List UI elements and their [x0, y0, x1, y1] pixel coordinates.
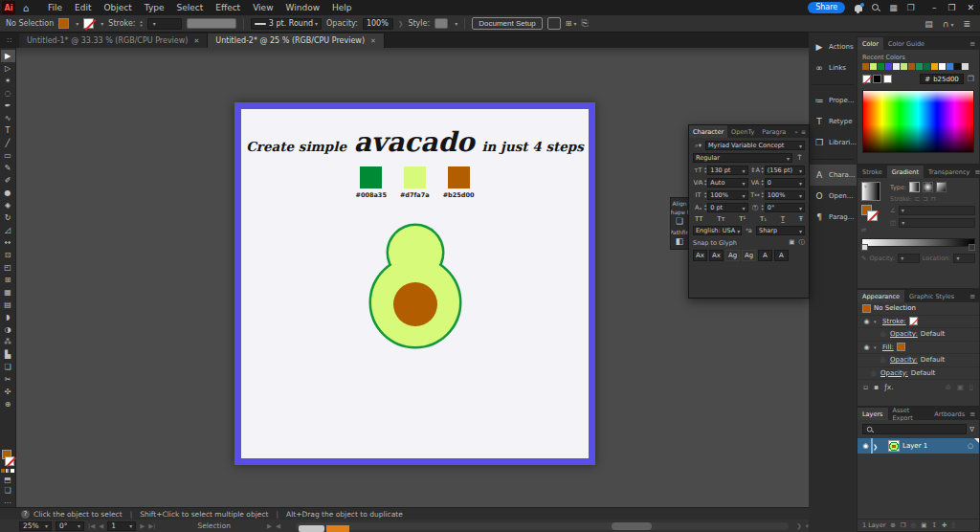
touch-type-button[interactable]: Ax [693, 250, 707, 261]
rectangle-tool[interactable]: ▭ [1, 149, 15, 162]
document-tab[interactable]: Untitled-1* @ 33.33 % (RGB/CPU Preview) … [19, 33, 208, 48]
panel-tab[interactable]: Transparency [924, 166, 974, 178]
visibility-eye-icon[interactable]: ◉ [862, 318, 871, 325]
layers-search-input[interactable] [862, 424, 967, 434]
baseline-input[interactable]: 0 pt [707, 203, 747, 212]
last-artboard-icon[interactable]: ▶| [148, 522, 155, 530]
artboard-number-select[interactable]: 1 [107, 521, 136, 531]
recent-color-swatch[interactable] [954, 63, 961, 70]
tab-close-icon[interactable]: ✕ [193, 37, 199, 45]
stroke-dropdown-icon[interactable] [99, 19, 103, 28]
opacity-link[interactable]: Opacity: [890, 356, 918, 364]
avocado-pit-circle[interactable] [393, 282, 437, 326]
recent-color-swatch[interactable] [908, 63, 915, 70]
duplicate-item-icon[interactable]: ▣ [957, 383, 964, 391]
panel-tab[interactable]: Color Guide [883, 37, 929, 50]
rotation-select[interactable]: 0° [56, 521, 84, 531]
panel-tab[interactable]: Graphic Styles [904, 290, 959, 302]
panel-tab[interactable]: Character [689, 125, 727, 138]
screen-mode-icon[interactable]: ❏ [4, 486, 11, 495]
baseline-stepper[interactable]: ▴▾ [704, 204, 706, 211]
dock-panel-button[interactable]: ≔ Prope... [809, 90, 857, 111]
close-button[interactable]: ✕ [967, 3, 974, 12]
opacity-link[interactable]: Opacity: [880, 369, 908, 377]
copy-hex-icon[interactable]: ❐ [968, 75, 974, 83]
recent-color-swatch[interactable] [885, 63, 892, 70]
slice-tool[interactable]: ✂ [1, 373, 15, 386]
dock-panel-button[interactable]: A Chara... [809, 165, 857, 186]
perspective-grid-tool[interactable]: ⊞ [1, 274, 15, 286]
menu-item[interactable]: View [253, 3, 273, 12]
visibility-eye-icon[interactable]: ◉ [862, 344, 871, 351]
recent-color-swatch[interactable] [878, 63, 884, 70]
fill-row-label[interactable]: Fill: [882, 344, 894, 351]
scroll-left-icon[interactable]: ▶ [267, 522, 272, 530]
recent-color-swatch[interactable] [901, 63, 907, 70]
fill-row-chip[interactable] [897, 343, 905, 351]
horizontal-scale-stepper[interactable]: ▴▾ [762, 191, 764, 199]
touch-type-button[interactable]: A [774, 250, 789, 261]
vertical-scale-input[interactable]: 100% [707, 190, 747, 200]
dock-panel-button[interactable]: ¶ Parag... [809, 207, 857, 228]
restore-button[interactable]: ❐ [947, 3, 955, 12]
color-mode-icon[interactable] [1, 469, 5, 473]
clear-appearance-icon[interactable]: ⊘ [945, 383, 950, 391]
touch-type-button[interactable]: A [758, 250, 772, 261]
zoom-level-select[interactable]: 25% [19, 521, 52, 531]
document-copy-icon[interactable]: ⎘ [582, 18, 589, 29]
direct-selection-tool[interactable]: ▷ [1, 62, 15, 75]
delete-layer-icon[interactable]: ▯ [951, 521, 955, 529]
gradient-tool[interactable]: ▤ [1, 299, 15, 311]
font-family-select[interactable]: Myriad Variable Concept [705, 141, 805, 150]
opacity-input[interactable]: 100% [363, 18, 393, 30]
rotation-stepper[interactable]: ▴▾ [762, 204, 764, 211]
aspect-ratio-select[interactable] [899, 218, 975, 228]
recent-color-swatch[interactable] [893, 63, 900, 70]
recent-color-swatch[interactable] [939, 63, 946, 70]
stroke-color-swatch[interactable] [83, 18, 94, 29]
font-options-icon[interactable]: T̂ [794, 154, 805, 162]
rotate-tool[interactable]: ↻ [1, 211, 15, 224]
layer-row[interactable]: ◉ ❯ Layer 1 ○ [858, 438, 979, 454]
recent-color-swatch[interactable] [924, 63, 930, 70]
expand-chevron-icon[interactable]: ▾ [874, 344, 880, 350]
eraser-tool[interactable]: ◈ [1, 199, 15, 211]
next-artboard-icon[interactable]: ▶ [140, 522, 145, 530]
kerning-input[interactable]: Auto [707, 178, 747, 188]
case-style-button[interactable]: Tᴛ [717, 215, 724, 223]
selection-tool[interactable]: ▶ [1, 50, 15, 62]
stroke-across-icon[interactable]: ⊓ [931, 195, 936, 203]
minimize-button[interactable]: – [932, 3, 937, 12]
menu-item[interactable]: Edit [75, 3, 91, 12]
curvature-tool[interactable]: ∿ [1, 112, 15, 124]
gradient-slider[interactable] [861, 238, 975, 247]
stop-location-select[interactable] [953, 254, 975, 263]
palette-swatch[interactable]: #d7fa7a [400, 166, 430, 199]
artboard-tool[interactable]: ❏ [1, 361, 15, 373]
panel-menu-icon[interactable]: ≡ [969, 290, 979, 302]
avocado-svg[interactable] [344, 214, 487, 358]
hand-tool[interactable]: ✣ [1, 386, 15, 398]
panel-menu-icon[interactable]: ≡ [969, 408, 979, 420]
dock-panel-button[interactable]: O Open... [809, 186, 857, 207]
palette-color-box[interactable] [448, 166, 470, 188]
vertical-scale-stepper[interactable]: ▴▾ [704, 191, 706, 199]
document-tab[interactable]: Untitled-2* @ 25 % (RGB/CPU Preview) ✕ [208, 33, 385, 48]
new-sublayer-icon[interactable]: ❐ [901, 521, 906, 529]
font-search-icon[interactable]: ⌕▾ [693, 142, 703, 149]
menu-item[interactable]: Object [104, 3, 132, 12]
none-color-chip[interactable] [862, 75, 871, 83]
arrange-documents-icon[interactable]: ▦ [889, 3, 898, 12]
panel-tab[interactable]: Paragra [758, 125, 790, 138]
fill-color-swatch[interactable] [58, 18, 69, 29]
notifications-bell-icon[interactable] [855, 5, 862, 11]
drawing-modes-icon[interactable]: ⬒ [4, 476, 11, 484]
touch-type-button[interactable]: Ax [709, 250, 724, 261]
document-setup-button[interactable]: Document Setup [472, 17, 543, 30]
stroke-weight-stepper[interactable]: ▴▾ [141, 20, 143, 28]
palette-swatch[interactable]: #b25d00 [443, 166, 475, 199]
style-dropdown-icon[interactable] [453, 19, 457, 28]
column-graph-tool[interactable]: ▙ [1, 348, 15, 361]
none-mode-icon[interactable] [11, 469, 14, 473]
layer-thumbnail[interactable] [888, 440, 900, 452]
